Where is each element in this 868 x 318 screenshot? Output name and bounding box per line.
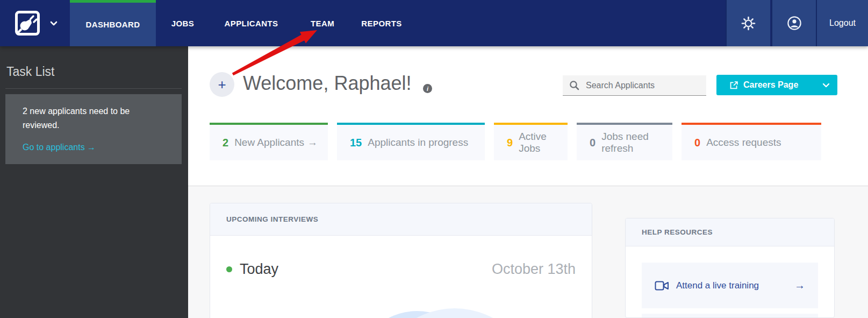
upcoming-interviews-panel: UPCOMING INTERVIEWS Today October 13th	[210, 203, 592, 318]
dashboard-page: DASHBOARD JOBS APPLICANTS TEAM REPORTS	[0, 0, 868, 318]
page-title: Welcome, Raphael!	[243, 72, 412, 95]
attend-live-training-link[interactable]: Attend a live training →	[642, 263, 818, 308]
external-link-icon	[729, 81, 738, 90]
search-box	[563, 75, 706, 96]
stat-value: 9	[507, 137, 513, 149]
brand-logo[interactable]	[15, 0, 58, 46]
task-list-sidebar: Task List 2 new applicants need to be re…	[0, 46, 188, 318]
upcoming-interviews-header: UPCOMING INTERVIEWS	[210, 203, 592, 236]
day-label: Today	[240, 261, 278, 278]
stat-card-active-jobs[interactable]: 9 Active Jobs	[494, 123, 568, 160]
help-resources-header: HELP RESOURCES	[626, 218, 834, 246]
gear-icon	[741, 16, 756, 31]
stat-label: New Applicants	[234, 137, 304, 149]
sidebar-divider	[5, 88, 182, 89]
user-circle-icon	[787, 16, 802, 31]
careers-page-button[interactable]: Careers Page	[716, 75, 837, 95]
logout-button[interactable]: Logout	[816, 0, 868, 46]
date-label: October 13th	[492, 261, 576, 278]
stat-label: Jobs need refresh	[601, 131, 672, 154]
top-nav: DASHBOARD JOBS APPLICANTS TEAM REPORTS	[0, 0, 868, 46]
add-button[interactable]: +	[210, 72, 234, 97]
tab-reports[interactable]: REPORTS	[357, 0, 406, 46]
welcome-section: + Welcome, Raphael! i Careers Page	[188, 46, 868, 186]
tab-dashboard[interactable]: DASHBOARD	[70, 0, 156, 46]
stat-label: Access requests	[706, 137, 781, 149]
go-to-applicants-link[interactable]: Go to applicants →	[23, 140, 96, 154]
stat-value: 15	[350, 137, 362, 149]
arrow-right-icon: →	[794, 279, 805, 292]
tab-team[interactable]: TEAM	[301, 0, 344, 46]
stat-card-jobs-need-refresh[interactable]: 0 Jobs need refresh	[577, 123, 672, 160]
account-button[interactable]	[771, 0, 816, 46]
stat-card-new-applicants[interactable]: 2 New Applicants →	[210, 123, 328, 160]
careers-dropdown-caret[interactable]	[822, 83, 830, 88]
task-card: 2 new applicants need to be reviewed. Go…	[5, 94, 182, 164]
stat-label: Active Jobs	[519, 131, 568, 154]
stat-card-applicants-in-progress[interactable]: 15 Applicants in progress	[337, 123, 485, 160]
help-resources-panel: HELP RESOURCES Attend a live training →	[625, 218, 835, 318]
video-camera-icon	[655, 280, 669, 291]
settings-button[interactable]	[726, 0, 770, 46]
search-input[interactable]	[586, 81, 700, 90]
stat-card-access-requests[interactable]: 0 Access requests	[682, 123, 821, 160]
interview-day-row: Today October 13th	[210, 258, 592, 280]
help-item-partial	[642, 314, 818, 318]
info-icon[interactable]: i	[423, 84, 432, 93]
tab-applicants[interactable]: APPLICANTS	[218, 0, 285, 46]
stat-value: 0	[694, 137, 700, 149]
task-text: 2 new applicants need to be reviewed.	[23, 104, 169, 132]
stat-value: 0	[590, 137, 596, 149]
stat-label: Applicants in progress	[368, 137, 468, 149]
stat-value: 2	[223, 137, 228, 149]
arrow-right-icon: →	[307, 137, 318, 149]
plug-logo-icon	[15, 10, 40, 36]
green-dot-icon	[226, 266, 232, 272]
search-icon	[569, 80, 579, 90]
tab-jobs[interactable]: JOBS	[161, 0, 204, 46]
careers-page-label: Careers Page	[743, 80, 798, 90]
task-list-title: Task List	[6, 65, 182, 79]
help-item-label: Attend a live training	[676, 280, 759, 291]
stats-row: 2 New Applicants → 15 Applicants in prog…	[210, 123, 821, 160]
brand-chevron-down-icon	[50, 21, 58, 26]
